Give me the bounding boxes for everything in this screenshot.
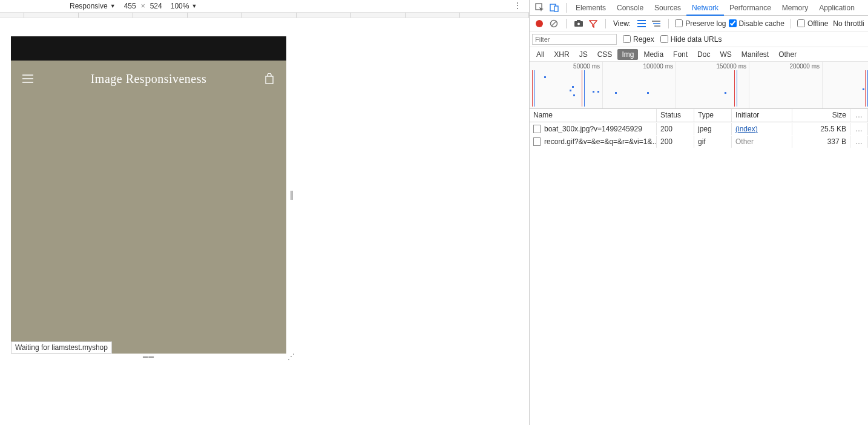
- chip-font[interactable]: Font: [669, 49, 692, 60]
- dimension-separator: ×: [141, 2, 145, 10]
- overview-tick-3: 150000 ms: [717, 63, 746, 70]
- overview-tick-4: 200000 ms: [790, 63, 820, 70]
- device-viewport-area: Image Responsiveness Waiting for liamste…: [0, 18, 529, 425]
- chip-ws[interactable]: WS: [715, 49, 735, 60]
- chip-all[interactable]: All: [532, 49, 548, 60]
- cell-initiator: Other: [735, 137, 754, 146]
- tab-network[interactable]: Network: [686, 0, 724, 16]
- device-width-input[interactable]: 455: [124, 2, 136, 10]
- chip-xhr[interactable]: XHR: [550, 49, 573, 60]
- resource-type-filter: All XHR JS CSS Img Media Font Doc WS Man…: [530, 47, 868, 62]
- disable-cache-label: Disable cache: [739, 19, 784, 28]
- col-size[interactable]: Size: [792, 109, 850, 122]
- site-header: Image Responsiveness: [11, 61, 286, 97]
- shopping-bag-icon[interactable]: [263, 73, 275, 85]
- device-mode-label: Responsive: [70, 2, 108, 10]
- view-label: View:: [613, 19, 631, 28]
- device-ruler[interactable]: [0, 12, 529, 18]
- throttling-select[interactable]: No throttli: [833, 19, 864, 28]
- toggle-device-toolbar-icon[interactable]: [548, 1, 561, 15]
- svg-rect-3: [266, 76, 273, 84]
- file-icon: [533, 137, 541, 146]
- kebab-menu-icon[interactable]: ⋮: [513, 1, 522, 10]
- overview-tick-1: 50000 ms: [573, 63, 600, 70]
- devtools-panel: Elements Console Sources Network Perform…: [530, 0, 868, 425]
- cell-name: record.gif?&v=&e=&q=&r=&vi=1&…: [544, 137, 657, 146]
- tab-application[interactable]: Application: [814, 0, 860, 16]
- chip-manifest[interactable]: Manifest: [737, 49, 773, 60]
- col-type[interactable]: Type: [694, 109, 732, 122]
- network-filter-bar: Regex Hide data URLs: [530, 31, 868, 47]
- col-status[interactable]: Status: [657, 109, 694, 122]
- cell-more: …: [850, 123, 868, 135]
- zoom-select[interactable]: 100% ▼: [171, 2, 197, 10]
- disable-cache-checkbox[interactable]: Disable cache: [729, 19, 784, 28]
- table-row[interactable]: record.gif?&v=&e=&q=&r=&vi=1&… 200 gif O…: [530, 135, 868, 148]
- file-icon: [533, 125, 541, 133]
- cell-status: 200: [657, 123, 694, 135]
- clear-icon[interactable]: [548, 18, 560, 30]
- cell-size: 337 B: [792, 136, 850, 148]
- hamburger-menu-icon[interactable]: [22, 73, 34, 85]
- device-mode-select[interactable]: Responsive ▼: [70, 2, 116, 10]
- col-more[interactable]: …: [850, 109, 868, 122]
- separator: [605, 19, 606, 28]
- device-height-input[interactable]: 524: [150, 2, 162, 10]
- chip-js[interactable]: JS: [575, 49, 592, 60]
- separator: [791, 19, 791, 28]
- capture-screenshot-icon[interactable]: [573, 18, 585, 30]
- filter-input[interactable]: [532, 34, 617, 45]
- cell-more: …: [850, 136, 868, 148]
- preserve-log-checkbox[interactable]: Preserve log: [675, 19, 726, 28]
- record-icon[interactable]: [533, 18, 545, 30]
- resize-handle-right-icon[interactable]: ||: [290, 189, 292, 200]
- site-announcement-bar: [11, 36, 286, 61]
- col-name[interactable]: Name: [530, 109, 657, 122]
- view-frames-icon[interactable]: [650, 18, 662, 30]
- chip-img[interactable]: Img: [617, 49, 638, 60]
- table-row[interactable]: boat_300x.jpg?v=1499245929 200 jpeg (ind…: [530, 122, 868, 135]
- network-toolbar: View: Preserve log Disable cache Offline…: [530, 16, 868, 31]
- cell-type: jpeg: [694, 123, 732, 135]
- separator: [566, 3, 567, 13]
- chip-css[interactable]: CSS: [593, 49, 617, 60]
- svg-line-9: [551, 21, 556, 26]
- tab-performance[interactable]: Performance: [724, 0, 777, 16]
- chip-other[interactable]: Other: [774, 49, 801, 60]
- preserve-log-label: Preserve log: [685, 19, 726, 28]
- caret-down-icon: ▼: [110, 3, 116, 9]
- network-table-body: boat_300x.jpg?v=1499245929 200 jpeg (ind…: [530, 122, 868, 425]
- cell-type: gif: [694, 136, 732, 148]
- regex-checkbox[interactable]: Regex: [623, 35, 654, 44]
- chip-media[interactable]: Media: [639, 49, 668, 60]
- zoom-label: 100%: [171, 2, 189, 10]
- svg-point-7: [536, 20, 543, 27]
- cell-size: 25.5 KB: [792, 123, 850, 135]
- site-title: Image Responsiveness: [91, 72, 207, 86]
- network-table-header: Name Status Type Initiator Size …: [530, 109, 868, 122]
- tab-console[interactable]: Console: [611, 0, 649, 16]
- inspect-element-icon[interactable]: [533, 1, 547, 15]
- col-initiator[interactable]: Initiator: [732, 109, 792, 122]
- device-toolbar: Responsive ▼ 455 × 524 100% ▼ ⋮: [0, 0, 529, 12]
- view-list-icon[interactable]: [636, 18, 648, 30]
- tab-sources[interactable]: Sources: [649, 0, 686, 16]
- tab-elements[interactable]: Elements: [570, 0, 611, 16]
- svg-rect-11: [577, 20, 580, 22]
- tab-memory[interactable]: Memory: [777, 0, 814, 16]
- hide-data-urls-checkbox[interactable]: Hide data URLs: [660, 35, 722, 44]
- network-overview-waterfall[interactable]: 50000 ms 100000 ms 150000 ms 200000 ms: [530, 62, 868, 109]
- emulated-viewport[interactable]: Image Responsiveness Waiting for liamste…: [11, 36, 286, 354]
- cell-initiator[interactable]: (index): [735, 125, 758, 133]
- cell-status: 200: [657, 136, 694, 148]
- offline-checkbox[interactable]: Offline: [797, 19, 828, 28]
- overview-tick-2: 100000 ms: [643, 63, 673, 70]
- hide-data-urls-label: Hide data URLs: [671, 35, 722, 44]
- chip-doc[interactable]: Doc: [693, 49, 714, 60]
- resize-handle-bottom-icon[interactable]: ══: [143, 352, 154, 361]
- devtools-tabbar: Elements Console Sources Network Perform…: [530, 0, 868, 16]
- caret-down-icon: ▼: [191, 3, 197, 9]
- resize-handle-corner-icon[interactable]: ⋰: [288, 352, 295, 361]
- device-emulation-pane: Responsive ▼ 455 × 524 100% ▼ ⋮ Im: [0, 0, 530, 425]
- filter-icon[interactable]: [587, 18, 599, 30]
